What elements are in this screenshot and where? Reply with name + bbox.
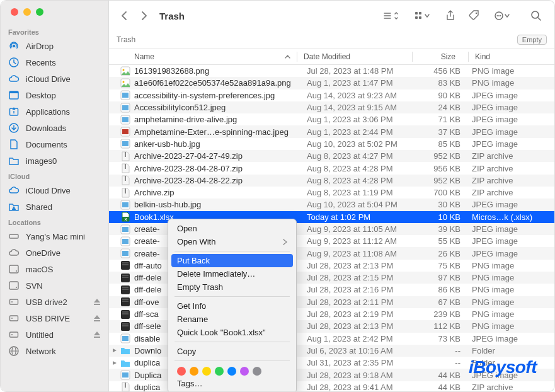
- menu-quick-look[interactable]: Quick Look "Book1.xlsx": [168, 326, 296, 339]
- sidebar-item-usb-drive2[interactable]: USB drive2: [1, 294, 108, 310]
- sidebar-item-macos[interactable]: macOS: [1, 261, 108, 277]
- menu-open[interactable]: Open: [168, 222, 296, 235]
- sidebar-item-yang-s-mac-mini[interactable]: Yang's Mac mini: [1, 228, 108, 245]
- forward-button[interactable]: [137, 9, 151, 23]
- group-button[interactable]: [409, 8, 436, 24]
- menu-tags[interactable]: Tags…: [168, 377, 296, 390]
- tag-color-swatch[interactable]: [240, 367, 249, 376]
- svg-rect-47: [122, 129, 129, 134]
- sidebar-item-usb-drive[interactable]: USB DRIVE: [1, 310, 108, 326]
- back-button[interactable]: [118, 9, 132, 23]
- menu-delete-immediately[interactable]: Delete Immediately…: [168, 267, 296, 280]
- disclosure-triangle-icon[interactable]: [109, 348, 120, 353]
- tag-color-swatch[interactable]: [177, 367, 186, 376]
- table-row[interactable]: anker-usb-hub.jpgAug 10, 2023 at 5:02 PM…: [109, 138, 554, 150]
- sidebar-item-applications[interactable]: Applications: [1, 103, 108, 120]
- breadcrumb-item[interactable]: Trash: [117, 35, 135, 44]
- table-row[interactable]: belkin-usb-hub.jpgAug 10, 2023 at 5:04 P…: [109, 199, 554, 210]
- sidebar-item-downloads[interactable]: Downloads: [1, 120, 108, 136]
- file-kind: JPEG image: [472, 334, 554, 343]
- tag-color-swatch[interactable]: [190, 367, 198, 376]
- actions-button[interactable]: [489, 8, 515, 24]
- svg-point-10: [16, 270, 17, 272]
- svg-rect-69: [122, 277, 129, 278]
- tag-color-swatch[interactable]: [202, 367, 211, 376]
- file-size: 71 KB: [419, 115, 472, 124]
- column-name[interactable]: Name: [109, 52, 295, 61]
- table-row[interactable]: accessibility-in-system-preferences.jpgA…: [109, 89, 554, 101]
- svg-rect-74: [122, 299, 129, 300]
- table-row[interactable]: 1613919832688.pngJul 28, 2023 at 1:48 PM…: [109, 65, 554, 77]
- menu-open-with[interactable]: Open With: [168, 235, 296, 248]
- search-button[interactable]: [527, 8, 546, 24]
- sidebar-item-label: images0: [26, 156, 57, 166]
- sidebar-item-desktop[interactable]: Desktop: [1, 87, 108, 103]
- tag-color-swatch[interactable]: [253, 367, 261, 376]
- table-row[interactable]: amphetamine-drive-alive.jpgAug 1, 2023 a…: [109, 113, 554, 125]
- sidebar-item-icloud-drive[interactable]: iCloud Drive: [1, 71, 108, 87]
- file-name: disable: [134, 334, 160, 343]
- table-row[interactable]: Amphetamine-Exter…e-spinning-mac.jpegAug…: [109, 125, 554, 137]
- table-row[interactable]: AccessibilityIcon512.jpegAug 14, 2023 at…: [109, 101, 554, 113]
- table-row[interactable]: a1e60f61ef022ce505374e52aa891a9a.pngAug …: [109, 77, 554, 89]
- view-list-button[interactable]: [378, 8, 404, 24]
- share-button[interactable]: [441, 8, 460, 24]
- svg-rect-26: [419, 12, 421, 14]
- sidebar-item-label: Shared: [26, 202, 52, 212]
- disclosure-triangle-icon[interactable]: [109, 360, 120, 366]
- file-size: 239 KB: [419, 309, 472, 319]
- file-size: 44 KB: [419, 371, 472, 380]
- sidebar-section-label: Favorites: [1, 25, 108, 38]
- disk-icon: [8, 263, 20, 275]
- tag-color-swatch[interactable]: [227, 367, 236, 376]
- menu-empty-trash[interactable]: Empty Trash: [168, 280, 296, 294]
- sidebar-item-images0[interactable]: images0: [1, 153, 108, 169]
- column-date[interactable]: Date Modified: [299, 52, 411, 61]
- table-row[interactable]: Archive-2023-27-04-27-49.zipAug 8, 2023 …: [109, 150, 554, 162]
- file-name: dff-dele: [134, 273, 161, 282]
- tag-color-swatch[interactable]: [215, 367, 224, 376]
- sidebar-item-recents[interactable]: Recents: [1, 54, 108, 71]
- file-kind: JPEG image: [472, 127, 554, 137]
- file-name: Amphetamine-Exter…e-spinning-mac.jpeg: [134, 127, 289, 137]
- zoom-window-button[interactable]: [36, 8, 43, 16]
- menu-copy[interactable]: Copy: [168, 345, 296, 358]
- table-row[interactable]: Archive-2023-28-04-28-22.zipAug 8, 2023 …: [109, 175, 554, 187]
- svg-rect-53: [125, 188, 126, 193]
- minimize-window-button[interactable]: [23, 8, 31, 16]
- sidebar-item-untitled[interactable]: Untitled: [1, 326, 108, 343]
- file-kind: JPEG image: [472, 224, 554, 234]
- file-type-icon: [120, 103, 130, 113]
- close-window-button[interactable]: [11, 8, 18, 16]
- sidebar-item-icloud-drive[interactable]: iCloud Drive: [1, 182, 108, 199]
- eject-icon[interactable]: [93, 331, 101, 338]
- sidebar-item-airdrop[interactable]: AirDrop: [1, 38, 108, 54]
- empty-trash-button[interactable]: Empty: [517, 35, 547, 45]
- sidebar-item-documents[interactable]: Documents: [1, 136, 108, 153]
- tags-button[interactable]: [465, 8, 484, 24]
- column-size[interactable]: Size: [414, 52, 467, 61]
- menu-get-info[interactable]: Get Info: [168, 299, 296, 313]
- table-row[interactable]: Archive.zipAug 8, 2023 at 1:19 PM700 KBZ…: [109, 187, 554, 199]
- svg-rect-27: [415, 16, 418, 19]
- folder-icon: [8, 155, 20, 166]
- sidebar-item-label: Recents: [26, 58, 56, 67]
- sidebar-item-onedrive[interactable]: OneDrive: [1, 245, 108, 261]
- file-name: AccessibilityIcon512.jpeg: [134, 103, 226, 112]
- table-row[interactable]: Archive-2023-28-04-28-07.zipAug 8, 2023 …: [109, 162, 554, 174]
- file-type-icon: [120, 236, 130, 246]
- file-kind: JPEG image: [472, 115, 554, 124]
- eject-icon[interactable]: [93, 298, 101, 306]
- menu-rename[interactable]: Rename: [168, 313, 296, 326]
- file-name: create-: [134, 224, 159, 234]
- sidebar-item-svn[interactable]: SVN: [1, 277, 108, 294]
- menu-put-back[interactable]: Put Back: [171, 254, 293, 267]
- column-kind[interactable]: Kind: [470, 52, 554, 61]
- eject-icon[interactable]: [93, 314, 101, 322]
- file-name: a1e60f61ef022ce505374e52aa891a9a.png: [134, 78, 291, 88]
- file-size: 37 KB: [419, 127, 472, 137]
- sidebar-item-network[interactable]: Network: [1, 343, 108, 359]
- file-size: --: [419, 346, 472, 355]
- file-type-icon: [120, 188, 130, 198]
- sidebar-item-shared[interactable]: Shared: [1, 199, 108, 215]
